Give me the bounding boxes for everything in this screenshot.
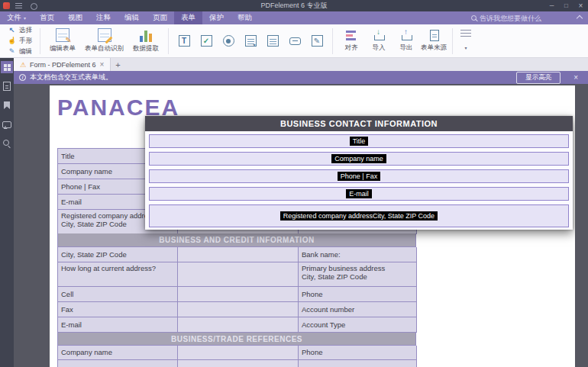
push-button-icon: [289, 37, 301, 45]
align-icon: [345, 29, 357, 41]
form-input-cell[interactable]: [178, 360, 299, 367]
form-source-button[interactable]: 表单来源: [420, 29, 447, 53]
menu-home[interactable]: 首页: [33, 11, 61, 24]
close-button[interactable]: [573, 0, 588, 11]
notification-bar: 本文档包含交互式表单域。 显示高亮: [14, 71, 588, 84]
collapse-ribbon-icon[interactable]: [577, 14, 583, 21]
menu-form[interactable]: 表单: [174, 11, 202, 24]
form-field-email[interactable]: E-mail: [149, 187, 569, 201]
ribbon-divider: [332, 28, 333, 54]
quick-access-menu-icon[interactable]: [14, 2, 24, 10]
menu-edit[interactable]: 编辑: [118, 11, 146, 24]
form-input-cell[interactable]: [178, 302, 299, 317]
list-box-tool[interactable]: [265, 33, 280, 50]
edit-tool[interactable]: 编辑: [8, 47, 32, 56]
more-fields-dropdown[interactable]: [457, 30, 474, 53]
field-tooltip: Company name: [331, 154, 386, 164]
form-recognition-button[interactable]: 表单自动识别: [80, 28, 128, 53]
menu-help[interactable]: 帮助: [231, 11, 259, 24]
import-icon: [373, 29, 385, 41]
chevron-down-icon: [464, 39, 467, 53]
table-label: How long at current address?: [58, 262, 178, 287]
table-label: [299, 360, 417, 367]
left-sidebar: [0, 58, 14, 367]
titlebar: PDFelement 6 专业版: [0, 0, 588, 11]
sidebar-item-thumbnails[interactable]: [1, 80, 13, 92]
form-field-address[interactable]: Registered company addressCity, State ZI…: [149, 204, 569, 227]
cursor-icon: [8, 26, 16, 34]
section-header-trade: BUSINESS/TRADE REFERENCES: [57, 333, 416, 346]
sidebar-item-comments[interactable]: [1, 118, 13, 130]
form-input-cell[interactable]: [178, 346, 299, 360]
maximize-button[interactable]: [559, 0, 573, 11]
table-label: Fax: [58, 302, 178, 317]
select-tool[interactable]: 选择: [8, 25, 32, 35]
search-box[interactable]: [471, 14, 564, 22]
table-label: Address: [58, 360, 178, 367]
data-extraction-button[interactable]: 数据提取: [128, 28, 163, 53]
import-button[interactable]: 导入: [365, 29, 393, 53]
info-icon: [19, 74, 26, 81]
warning-icon: [20, 61, 26, 69]
minimize-icon: [550, 2, 554, 9]
menu-protect[interactable]: 保护: [202, 11, 231, 24]
document-tab[interactable]: Form - PDFelement 6: [14, 58, 111, 71]
combo-box-tool[interactable]: [243, 33, 258, 50]
form-input-cell[interactable]: [178, 317, 299, 333]
search-input[interactable]: [480, 14, 564, 22]
sidebar-item-bookmarks[interactable]: [1, 99, 13, 111]
quick-access-icon[interactable]: [28, 2, 39, 10]
notification-close-icon[interactable]: [573, 73, 578, 82]
table-label: Phone: [299, 346, 417, 360]
edit-form-button[interactable]: 编辑表单: [45, 28, 80, 53]
form-input-cell[interactable]: [178, 287, 299, 302]
close-icon: [579, 2, 583, 10]
signature-icon: [312, 35, 323, 47]
field-tooltip: E-mail: [346, 189, 372, 199]
table-label: E-mail: [58, 317, 178, 333]
check-box-icon: [201, 35, 212, 47]
menu-page[interactable]: 页面: [146, 11, 174, 24]
hand-tool[interactable]: 手形: [8, 36, 32, 46]
radio-button-tool[interactable]: [221, 33, 236, 50]
form-field-phone-fax[interactable]: Phone | Fax: [149, 169, 569, 183]
form-source-icon: [428, 29, 440, 41]
sidebar-item-dashboard[interactable]: [1, 61, 13, 73]
table-label: Account Type: [299, 317, 417, 333]
contact-form-panel: BUSINESS CONTACT INFORMATION Title Compa…: [145, 116, 573, 230]
ribbon-divider: [452, 28, 453, 54]
check-box-tool[interactable]: [199, 33, 214, 50]
trade-table: Company namePhone Address: [57, 346, 416, 367]
form-ribbon: 选择 手形 编辑 编辑表单 表单自动识别 数据提取 对齐: [0, 24, 588, 58]
minimize-button[interactable]: [544, 0, 559, 11]
tab-title: Form - PDFelement 6: [30, 61, 96, 69]
menu-view[interactable]: 视图: [61, 11, 89, 24]
maximize-icon: [564, 2, 568, 9]
form-field-company-name[interactable]: Company name: [149, 152, 569, 166]
tab-close-icon[interactable]: [100, 60, 105, 69]
field-tooltip: Registered company addressCity, State ZI…: [280, 211, 438, 221]
highlight-fields-button[interactable]: 显示高亮: [516, 72, 561, 84]
push-button-tool[interactable]: [287, 33, 302, 50]
menu-comment[interactable]: 注释: [89, 11, 118, 24]
radio-button-icon: [223, 35, 234, 47]
menu-file[interactable]: 文件: [0, 11, 33, 24]
pdf-page: PANACEA Title Company name Phone | Fax E…: [50, 85, 575, 367]
form-recognition-icon: [98, 28, 111, 42]
edit-form-icon: [56, 28, 69, 42]
text-field-tool[interactable]: [176, 33, 192, 50]
field-tooltip: Title: [350, 137, 369, 146]
combo-box-icon: [245, 35, 257, 47]
app-icon: [3, 2, 10, 9]
form-input-cell[interactable]: [178, 262, 299, 287]
table-label: City, State ZIP Code: [58, 247, 178, 262]
sidebar-item-search[interactable]: [1, 137, 13, 150]
new-tab-button[interactable]: [111, 58, 124, 71]
digital-signature-tool[interactable]: [309, 33, 325, 50]
form-input-cell[interactable]: [178, 247, 299, 262]
export-button[interactable]: 导出: [393, 29, 420, 53]
form-field-title[interactable]: Title: [149, 134, 569, 148]
table-label: Bank name:: [299, 247, 417, 262]
tabbar: Form - PDFelement 6: [14, 58, 588, 71]
align-button[interactable]: 对齐: [338, 29, 365, 53]
